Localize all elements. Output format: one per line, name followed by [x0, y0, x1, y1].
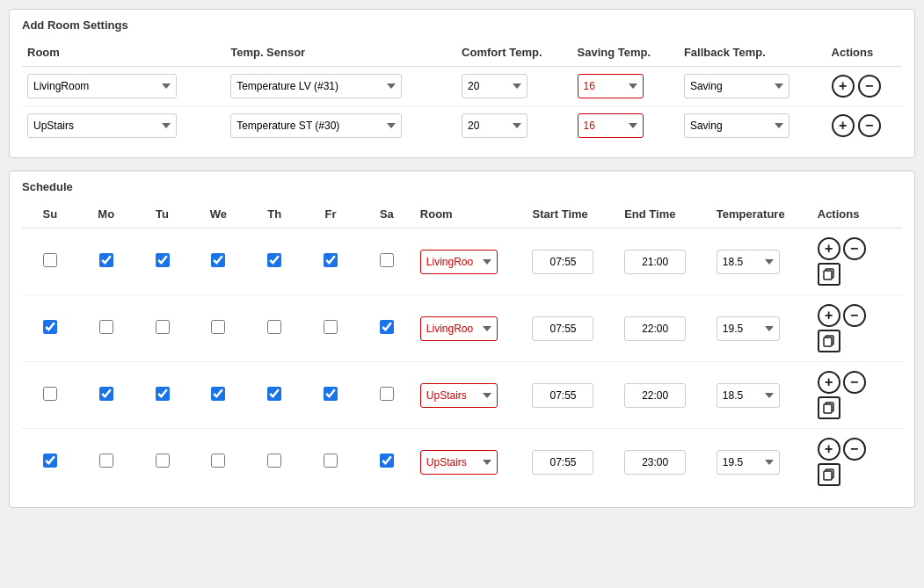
col-fallback-temp: Fallback Temp. — [679, 40, 826, 67]
mo-checkbox[interactable] — [99, 320, 113, 334]
sched-actions-top-row: +− — [818, 304, 866, 327]
copy-schedule-button[interactable] — [818, 263, 840, 286]
col-sched-actions: Actions — [812, 202, 902, 229]
sa-checkbox[interactable] — [380, 253, 394, 267]
remove-room-button[interactable]: − — [858, 75, 881, 98]
add-schedule-button[interactable]: + — [818, 304, 840, 327]
sched-actions-bottom-row — [818, 330, 840, 352]
copy-schedule-button[interactable] — [818, 330, 840, 352]
we-checkbox[interactable] — [211, 320, 225, 334]
remove-schedule-button[interactable]: − — [843, 304, 866, 327]
end-time-input[interactable] — [624, 383, 686, 408]
sched-room-select[interactable]: LivingRooUpStairs — [420, 316, 498, 341]
add-room-button[interactable]: + — [832, 114, 855, 137]
we-checkbox[interactable] — [211, 387, 225, 401]
fallback-temp-select[interactable]: SavingComfortOff — [684, 113, 789, 138]
th-checkbox[interactable] — [267, 253, 281, 267]
fr-checkbox[interactable] — [324, 253, 338, 267]
sched-actions-top-row: +− — [818, 237, 866, 260]
schedule-row: LivingRooUpStairs16.016.517.017.518.018.… — [22, 429, 902, 496]
col-sa: Sa — [359, 202, 415, 229]
remove-schedule-button[interactable]: − — [843, 371, 866, 394]
sa-checkbox[interactable] — [380, 454, 394, 468]
th-checkbox[interactable] — [267, 387, 281, 401]
th-checkbox[interactable] — [267, 320, 281, 334]
remove-schedule-button[interactable]: − — [843, 438, 866, 461]
su-checkbox[interactable] — [43, 320, 57, 334]
add-schedule-button[interactable]: + — [818, 371, 840, 394]
col-su: Su — [22, 202, 78, 229]
th-checkbox[interactable] — [267, 454, 281, 468]
sensor-select[interactable]: Temperature LV (#31)Temperature ST (#30) — [230, 113, 402, 138]
start-time-input[interactable] — [532, 250, 593, 274]
su-checkbox[interactable] — [43, 253, 57, 267]
copy-schedule-button[interactable] — [818, 463, 840, 486]
col-sched-room: Room — [415, 202, 527, 229]
svg-rect-3 — [824, 338, 832, 346]
su-checkbox[interactable] — [43, 387, 57, 401]
temperature-select[interactable]: 16.016.517.017.518.018.519.019.520.020.5… — [717, 450, 780, 475]
sched-room-select[interactable]: LivingRooUpStairs — [420, 450, 498, 475]
fr-checkbox[interactable] — [324, 454, 338, 468]
col-temperature: Temperature — [711, 202, 812, 229]
sched-actions-bottom-row — [818, 463, 840, 486]
we-checkbox[interactable] — [211, 253, 225, 267]
fallback-temp-select[interactable]: SavingComfortOff — [684, 74, 789, 98]
comfort-temp-select[interactable]: 1819202122 — [462, 113, 527, 138]
add-room-settings-title: Add Room Settings — [22, 18, 902, 32]
add-room-button[interactable]: + — [832, 75, 855, 98]
room-select[interactable]: LivingRoomUpStairs — [27, 74, 177, 98]
schedule-panel: Schedule Su Mo Tu We Th Fr Sa Room Start… — [9, 171, 915, 508]
add-schedule-button[interactable]: + — [818, 237, 840, 260]
mo-checkbox[interactable] — [99, 253, 113, 267]
sched-room-select[interactable]: LivingRooUpStairs — [420, 250, 498, 274]
tu-checkbox[interactable] — [156, 454, 170, 468]
mo-checkbox[interactable] — [99, 454, 113, 468]
col-fr: Fr — [302, 202, 359, 229]
fr-checkbox[interactable] — [324, 387, 338, 401]
end-time-input[interactable] — [624, 316, 686, 341]
temperature-select[interactable]: 16.016.517.017.518.018.519.019.520.020.5… — [717, 250, 780, 274]
comfort-temp-select[interactable]: 1819202122 — [462, 74, 527, 98]
temperature-select[interactable]: 16.016.517.017.518.018.519.019.520.020.5… — [717, 316, 780, 341]
schedule-title: Schedule — [22, 180, 902, 193]
col-room: Room — [22, 40, 225, 67]
temperature-select[interactable]: 16.016.517.017.518.018.519.019.520.020.5… — [717, 383, 780, 408]
room-select[interactable]: LivingRoomUpStairs — [27, 113, 177, 138]
add-schedule-button[interactable]: + — [818, 438, 840, 461]
tu-checkbox[interactable] — [156, 320, 170, 334]
fr-checkbox[interactable] — [324, 320, 338, 334]
sa-checkbox[interactable] — [380, 387, 394, 401]
tu-checkbox[interactable] — [156, 253, 170, 267]
col-th: Th — [246, 202, 302, 229]
room-actions: +− — [832, 75, 897, 98]
col-comfort-temp: Comfort Temp. — [456, 40, 571, 67]
svg-rect-7 — [824, 471, 832, 480]
col-start-time: Start Time — [527, 202, 619, 229]
end-time-input[interactable] — [624, 250, 686, 274]
we-checkbox[interactable] — [211, 454, 225, 468]
end-time-input[interactable] — [624, 450, 686, 475]
sensor-select[interactable]: Temperature LV (#31)Temperature ST (#30) — [230, 74, 402, 98]
su-checkbox[interactable] — [43, 454, 57, 468]
sched-room-select[interactable]: LivingRooUpStairs — [420, 383, 498, 408]
copy-schedule-button[interactable] — [818, 396, 840, 419]
svg-rect-1 — [824, 271, 832, 279]
remove-room-button[interactable]: − — [858, 114, 881, 137]
col-we: We — [190, 202, 246, 229]
tu-checkbox[interactable] — [156, 387, 170, 401]
saving-temp-select[interactable]: 1415161718 — [578, 113, 644, 138]
col-temp-sensor: Temp. Sensor — [225, 40, 456, 67]
schedule-row: LivingRooUpStairs16.016.517.017.518.018.… — [22, 229, 902, 295]
room-actions: +− — [832, 114, 897, 137]
sched-actions-top-row: +− — [818, 438, 866, 461]
remove-schedule-button[interactable]: − — [843, 237, 866, 260]
sched-actions-top-row: +− — [818, 371, 866, 394]
saving-temp-select[interactable]: 1415161718 — [578, 74, 644, 98]
room-settings-row: LivingRoomUpStairsTemperature LV (#31)Te… — [22, 67, 902, 106]
sa-checkbox[interactable] — [380, 320, 394, 334]
mo-checkbox[interactable] — [99, 387, 113, 401]
start-time-input[interactable] — [532, 316, 593, 341]
start-time-input[interactable] — [532, 450, 593, 475]
start-time-input[interactable] — [532, 383, 593, 408]
